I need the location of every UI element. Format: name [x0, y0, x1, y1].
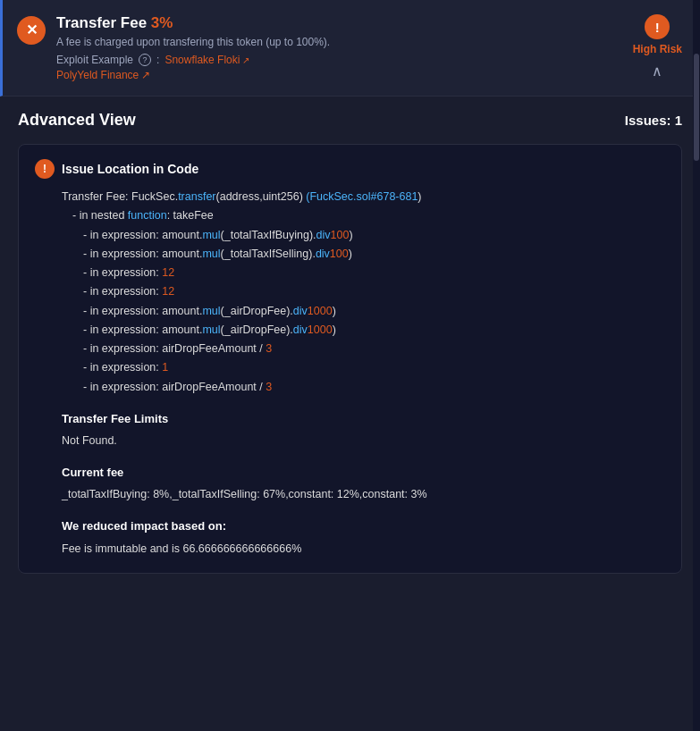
- keyword-function: function: [128, 209, 167, 222]
- transfer-fee-limits-label: Transfer Fee Limits: [62, 409, 665, 429]
- transfer-fee-limits-value: Not Found.: [62, 432, 665, 450]
- fn-div-4: div: [316, 248, 330, 260]
- code-nested: - in nested: [72, 209, 128, 222]
- params-7: (_airDropFee).: [221, 305, 293, 317]
- code-expr11: - in expression: airDropFeeAmount /: [83, 381, 266, 393]
- code-line-11: - in expression: airDropFeeAmount / 3: [83, 378, 665, 397]
- transfer-fee-percent: 3%: [151, 14, 173, 31]
- main-container: ✕ Transfer Fee 3% A fee is charged upon …: [0, 0, 700, 731]
- num-11: 3: [266, 381, 272, 393]
- fn-div-8: div: [293, 323, 308, 336]
- num-7: 1000: [308, 305, 333, 317]
- issue-exclamation: !: [43, 164, 46, 174]
- scrollbar-track[interactable]: [693, 0, 700, 731]
- code-expr6: - in expression:: [83, 285, 162, 298]
- current-fee-value: _totalTaxIfBuying: 8%,_totalTaxIfSelling…: [62, 485, 665, 504]
- code-close-1: ): [417, 190, 421, 203]
- fn-transfer: transfer: [178, 190, 215, 203]
- current-fee-label: Current fee: [62, 463, 665, 483]
- code-line-3: - in expression: amount.mul(_totalTaxIfB…: [83, 226, 665, 245]
- high-risk-section: ! High Risk: [633, 14, 682, 55]
- exploit-line: Exploit Example ? : Snowflake Floki ↗: [56, 54, 615, 66]
- transfer-fee-left: ✕ Transfer Fee 3% A fee is charged upon …: [17, 14, 615, 81]
- issue-warning-icon: !: [35, 159, 55, 179]
- high-risk-warning-icon: !: [645, 14, 670, 39]
- x-icon-circle: ✕: [17, 16, 46, 45]
- issue-header: ! Issue Location in Code: [35, 159, 665, 179]
- code-line-6: - in expression: 12: [83, 282, 665, 301]
- transfer-fee-right: ! High Risk ∧: [633, 14, 682, 80]
- num-6: 12: [162, 285, 174, 298]
- num-5: 12: [162, 266, 174, 279]
- code-expr10: - in expression:: [83, 361, 162, 374]
- polyyeld-external-link-icon: ↗: [141, 69, 150, 81]
- transfer-fee-description: A fee is charged upon transfering this t…: [56, 36, 615, 48]
- num-4: 100: [330, 248, 349, 260]
- code-line-8: - in expression: amount.mul(_airDropFee)…: [83, 321, 665, 340]
- params-8: (_airDropFee).: [221, 323, 293, 336]
- num-3: 100: [331, 229, 350, 241]
- x-icon: ✕: [26, 23, 38, 38]
- code-line-1: Transfer Fee: FuckSec.transfer(address,u…: [62, 188, 665, 206]
- polyyeld-line: PolyYeld Finance ↗: [56, 69, 615, 81]
- close-4: ): [349, 248, 352, 260]
- transfer-fee-card: ✕ Transfer Fee 3% A fee is charged upon …: [0, 0, 700, 97]
- code-params-1: (address,uint256): [216, 190, 303, 203]
- snowflake-floki-link[interactable]: Snowflake Floki ↗: [164, 54, 249, 66]
- advanced-section: Advanced View Issues: 1 ! Issue Location…: [0, 97, 700, 588]
- params-3: (_totalTaxIfBuying).: [221, 229, 316, 241]
- num-10: 1: [162, 361, 168, 374]
- code-takefee: : takeFee: [167, 209, 214, 222]
- code-line-2: - in nested function: takeFee: [72, 206, 665, 225]
- code-line-5: - in expression: 12: [83, 264, 665, 282]
- close-3: ): [349, 229, 352, 241]
- transfer-fee-content: Transfer Fee 3% A fee is charged upon tr…: [56, 14, 615, 81]
- fn-mul-8: mul: [202, 323, 220, 336]
- warning-exclamation: !: [655, 21, 660, 34]
- external-link-icon: ↗: [242, 55, 249, 65]
- reduced-impact-value: Fee is immutable and is 66.6666666666666…: [62, 540, 665, 559]
- polyyeld-finance-link[interactable]: PolyYeld Finance ↗: [56, 69, 615, 81]
- num-9: 3: [266, 342, 272, 355]
- code-expr8: - in expression: amount.: [83, 323, 202, 336]
- high-risk-label: High Risk: [633, 43, 682, 55]
- code-line-10: - in expression: 1: [83, 358, 665, 377]
- snowflake-floki-text: Snowflake Floki: [164, 54, 240, 66]
- fn-div-7: div: [293, 305, 308, 317]
- issue-card: ! Issue Location in Code Transfer Fee: F…: [18, 144, 682, 574]
- reduced-impact-label: We reduced impact based on:: [62, 517, 665, 536]
- question-icon: ?: [139, 54, 151, 66]
- exploit-label: Exploit Example: [56, 54, 133, 66]
- close-7: ): [333, 305, 336, 317]
- params-4: (_totalTaxIfSelling).: [221, 248, 316, 260]
- num-8: 1000: [308, 323, 333, 336]
- fn-div-3: div: [316, 229, 331, 241]
- code-line-9: - in expression: airDropFeeAmount / 3: [83, 340, 665, 358]
- code-expr5: - in expression:: [83, 266, 162, 279]
- code-line-4: - in expression: amount.mul(_totalTaxIfS…: [83, 245, 665, 264]
- colon-separator: :: [156, 54, 159, 66]
- collapse-chevron[interactable]: ∧: [652, 63, 662, 80]
- code-expr9: - in expression: airDropFeeAmount /: [83, 342, 266, 355]
- issue-body: Transfer Fee: FuckSec.transfer(address,u…: [62, 188, 665, 559]
- issue-title: Issue Location in Code: [62, 162, 198, 176]
- code-expr3: - in expression: amount.: [83, 229, 202, 241]
- fn-mul-7: mul: [202, 305, 220, 317]
- issues-count: Issues: 1: [625, 113, 682, 128]
- code-ref: #678-681: [371, 190, 418, 203]
- transfer-fee-label: Transfer Fee: [56, 14, 147, 31]
- fn-mul-4: mul: [202, 248, 220, 260]
- code-line-7: - in expression: amount.mul(_airDropFee)…: [83, 302, 665, 321]
- code-prefix-1: Transfer Fee: FuckSec.: [62, 190, 178, 203]
- close-8: ): [333, 323, 336, 336]
- code-expr4: - in expression: amount.: [83, 248, 202, 260]
- fn-mul-3: mul: [202, 229, 220, 241]
- transfer-fee-title: Transfer Fee 3%: [56, 14, 615, 32]
- advanced-view-title: Advanced View: [18, 111, 136, 130]
- polyyeld-text: PolyYeld Finance: [56, 69, 139, 81]
- code-expr7: - in expression: amount.: [83, 305, 202, 317]
- code-file: (FuckSec.sol: [303, 190, 371, 203]
- advanced-header: Advanced View Issues: 1: [18, 111, 682, 130]
- scrollbar-thumb[interactable]: [694, 54, 699, 161]
